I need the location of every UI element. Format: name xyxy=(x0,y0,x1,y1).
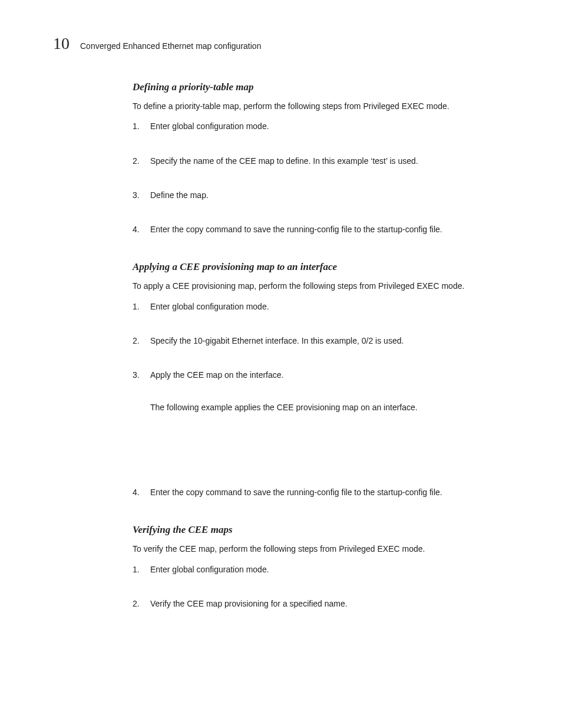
step-item: Enter global configuration mode. xyxy=(133,301,510,312)
chapter-number: 10 xyxy=(53,34,70,53)
step-item: Enter the copy command to save the runni… xyxy=(133,486,510,498)
step-item: Enter global configuration mode. xyxy=(133,564,510,575)
step-item: Define the map. xyxy=(133,189,510,201)
section-intro: To define a priority-table map, perform … xyxy=(133,100,510,112)
page: 10 Converged Enhanced Ethernet map confi… xyxy=(0,0,562,728)
section-heading-defining-priority-table-map: Defining a priority-table map xyxy=(133,81,510,93)
page-content: Defining a priority-table map To define … xyxy=(133,81,510,610)
step-note: The following example applies the CEE pr… xyxy=(150,401,510,413)
step-item: Apply the CEE map on the interface. The … xyxy=(133,369,510,464)
step-list: Enter global configuration mode. Specify… xyxy=(133,301,510,498)
step-list: Enter global configuration mode. Specify… xyxy=(133,120,510,235)
step-text: Apply the CEE map on the interface. xyxy=(150,370,283,380)
step-item: Specify the name of the CEE map to defin… xyxy=(133,155,510,167)
section-intro: To verify the CEE map, perform the follo… xyxy=(133,543,510,555)
chapter-title: Converged Enhanced Ethernet map configur… xyxy=(80,41,261,54)
step-item: Enter the copy command to save the runni… xyxy=(133,223,510,235)
step-item: Verify the CEE map provisioning for a sp… xyxy=(133,598,510,610)
example-placeholder xyxy=(150,413,510,464)
section-heading-applying-cee-provisioning-map: Applying a CEE provisioning map to an in… xyxy=(133,261,510,273)
section-intro: To apply a CEE provisioning map, perform… xyxy=(133,280,510,292)
step-list: Enter global configuration mode. Verify … xyxy=(133,564,510,610)
step-item: Enter global configuration mode. xyxy=(133,120,510,132)
page-header: 10 Converged Enhanced Ethernet map confi… xyxy=(53,34,509,54)
step-item: Specify the 10-gigabit Ethernet interfac… xyxy=(133,335,510,347)
section-heading-verifying-cee-maps: Verifying the CEE maps xyxy=(133,524,510,536)
